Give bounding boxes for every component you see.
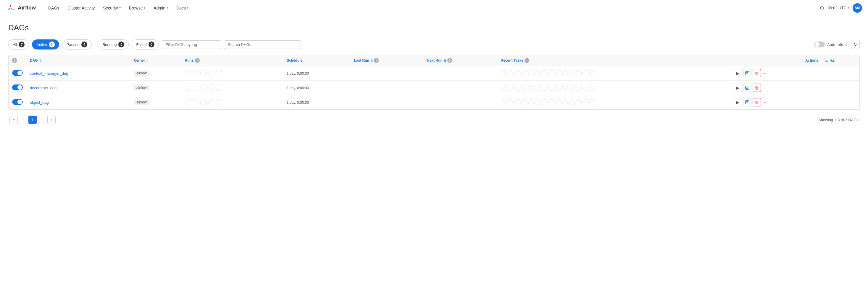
refresh-button[interactable]: ↻ — [851, 40, 860, 49]
all-count-badge: 7 — [19, 42, 25, 48]
page-title: DAGs — [8, 23, 860, 32]
task-circle — [535, 70, 541, 76]
task-circle — [542, 70, 548, 76]
nav-item-admin[interactable]: Admin ▾ — [150, 4, 172, 12]
search-input[interactable] — [224, 40, 301, 49]
user-avatar[interactable]: AM — [852, 3, 862, 13]
restore-dag-button[interactable] — [743, 98, 751, 106]
task-circle — [515, 70, 520, 76]
dag-name-link[interactable]: context_manager_dag — [30, 71, 68, 76]
restore-dag-button[interactable] — [743, 84, 751, 92]
table-row: decorators_dag airflow 1 day, 0:00:00 ▶ — [8, 81, 860, 95]
delete-dag-button[interactable]: 🗑 — [753, 69, 761, 77]
restore-icon — [745, 86, 749, 90]
pagination-first[interactable]: « — [9, 116, 18, 124]
row-links-cell — [822, 66, 860, 81]
action-buttons: ▶ 🗑 ··· — [734, 84, 818, 92]
pagination-prev[interactable]: ‹ — [19, 116, 27, 124]
task-circles — [501, 99, 726, 105]
task-circle — [583, 70, 588, 76]
delete-dag-button[interactable]: 🗑 — [753, 98, 761, 106]
owner-badge: airflow — [134, 85, 149, 90]
last-run-sort-icon[interactable]: ⇅ — [370, 59, 373, 62]
admin-dropdown-arrow: ▾ — [166, 6, 168, 9]
row-toggle-cell — [8, 66, 26, 81]
pagination-page-1[interactable]: 1 — [28, 116, 37, 124]
run-circle — [200, 84, 207, 91]
delete-dag-button[interactable]: 🗑 — [753, 84, 761, 92]
task-circle — [576, 99, 582, 105]
showing-text: Showing 1-3 of 3 DAGs — [818, 118, 859, 122]
nav-item-browse[interactable]: Browse ▾ — [125, 4, 149, 12]
col-runs: Runs i — [181, 55, 283, 66]
col-owner: Owner ⇅ — [130, 55, 181, 66]
last-run-info-icon[interactable]: i — [374, 58, 379, 63]
task-circle — [521, 99, 527, 105]
nav-item-security[interactable]: Security ▾ — [99, 4, 124, 12]
row-runs-cell — [181, 66, 283, 81]
settings-icon[interactable]: ⚙ — [819, 5, 824, 11]
task-circle — [501, 85, 507, 91]
next-run-info-icon[interactable]: i — [447, 58, 452, 63]
restore-icon — [745, 100, 749, 104]
owner-badge: airflow — [134, 71, 149, 76]
dag-sort-icon[interactable]: ⇅ — [39, 59, 41, 62]
col-next-run: Next Run ⇅ i — [423, 55, 497, 66]
task-circle — [562, 85, 568, 91]
run-circles — [185, 70, 280, 77]
more-options-button[interactable]: ··· — [762, 85, 767, 91]
pagination-last[interactable]: » — [47, 116, 56, 124]
filter-active-button[interactable]: Active 3 — [32, 39, 59, 50]
table-header: i DAG ⇅ Owner ⇅ — [8, 55, 860, 66]
task-circle — [501, 70, 507, 76]
row-schedule-cell: 1 day, 0:00:00 — [283, 95, 350, 110]
auto-refresh-toggle[interactable] — [814, 42, 825, 48]
pagination-next[interactable]: › — [38, 116, 46, 124]
row-actions-cell: ▶ 🗑 ··· — [730, 81, 822, 95]
row-schedule-cell: 1 day, 0:00:00 — [283, 66, 350, 81]
action-buttons: ▶ 🗑 ··· — [734, 98, 818, 106]
nav-right: ⚙ 09:02 UTC ▾ AM — [819, 3, 862, 13]
auto-refresh-group: Auto-refresh ↻ — [814, 40, 860, 49]
dag-toggle[interactable] — [12, 84, 23, 90]
dag-name-link[interactable]: decorators_dag — [30, 86, 57, 90]
table-info-icon[interactable]: i — [12, 58, 17, 63]
restore-icon — [745, 71, 749, 75]
run-circle — [216, 84, 222, 91]
run-dag-button[interactable]: ▶ — [734, 69, 742, 77]
owner-sort-icon[interactable]: ⇅ — [146, 59, 149, 62]
filter-all-button[interactable]: All 7 — [8, 39, 29, 50]
task-circle — [535, 99, 541, 105]
row-toggle-cell — [8, 81, 26, 95]
more-options-button[interactable]: ··· — [762, 70, 767, 77]
filter-paused-button[interactable]: Paused 4 — [62, 39, 92, 50]
run-dag-button[interactable]: ▶ — [734, 98, 742, 106]
nav-item-docs[interactable]: Docs ▾ — [173, 4, 192, 12]
restore-dag-button[interactable] — [743, 69, 751, 77]
recent-tasks-info-icon[interactable]: i — [525, 58, 529, 63]
nav-links: DAGs Cluster Activity Security ▾ Browse … — [45, 4, 819, 12]
nav-item-cluster[interactable]: Cluster Activity — [64, 4, 98, 12]
logo-link[interactable]: Airflow — [6, 3, 36, 13]
more-options-button[interactable]: ··· — [762, 99, 767, 106]
filter-running-button[interactable]: Running 0 — [98, 39, 129, 50]
dag-toggle[interactable] — [12, 99, 23, 105]
filter-separator-1 — [95, 40, 95, 49]
task-circle — [569, 85, 575, 91]
schedule-text: 1 day, 0:00:00 — [287, 86, 309, 90]
dag-name-link[interactable]: object_dag — [30, 100, 49, 105]
run-circle — [200, 70, 207, 77]
filter-failed-button[interactable]: Failed 0 — [132, 39, 159, 50]
toggle-knob — [815, 42, 819, 47]
tag-filter-input[interactable] — [162, 40, 221, 49]
time-display[interactable]: 09:02 UTC ▾ — [828, 6, 849, 10]
next-run-sort-icon[interactable]: ⇅ — [444, 59, 446, 62]
task-circle — [508, 99, 514, 105]
task-circle — [549, 70, 554, 76]
runs-info-icon[interactable]: i — [195, 58, 200, 63]
dag-toggle[interactable] — [12, 70, 23, 76]
run-circle — [216, 99, 222, 106]
nav-item-dags[interactable]: DAGs — [45, 4, 63, 12]
dags-table: i DAG ⇅ Owner ⇅ — [8, 55, 860, 110]
run-dag-button[interactable]: ▶ — [734, 84, 742, 92]
